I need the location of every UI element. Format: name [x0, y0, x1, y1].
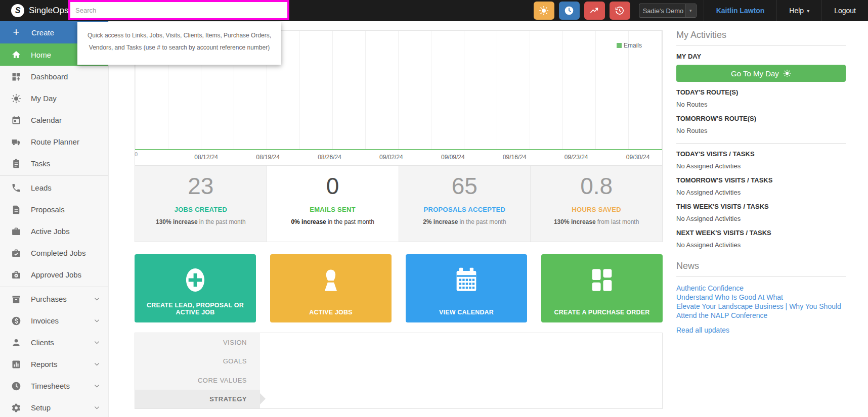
- caret-down-icon: ▾: [807, 8, 809, 14]
- plus-circle-icon: [181, 265, 210, 295]
- tab-vision[interactable]: VISION: [135, 333, 260, 352]
- x-axis-label: 09/16/24: [503, 154, 527, 161]
- stat-value: 0: [267, 173, 399, 200]
- sidebar-item-completed-jobs[interactable]: Completed Jobs: [0, 242, 108, 264]
- search-input[interactable]: [70, 7, 287, 14]
- clock-icon: [564, 6, 574, 16]
- logout-link[interactable]: Logout: [821, 0, 868, 21]
- stat-hours-saved[interactable]: 0.8 HOURS SAVED 130% increasefrom last m…: [531, 166, 662, 242]
- sidebar-item-purchases[interactable]: Purchases: [0, 288, 108, 310]
- todays-visits-body: No Assigned Activities: [676, 162, 846, 170]
- history-button[interactable]: [610, 2, 630, 20]
- grid-icon: [587, 265, 617, 295]
- read-all-updates-link[interactable]: Read all updates: [676, 326, 846, 334]
- box-icon: [11, 294, 21, 304]
- home-icon: [11, 50, 21, 60]
- tomorrows-visits-body: No Assigned Activities: [676, 189, 846, 196]
- sidebar-item-route-planner[interactable]: Route Planner: [0, 131, 108, 153]
- stat-change: 130% increasefrom last month: [531, 218, 662, 225]
- time-clock-button[interactable]: [559, 2, 580, 20]
- chevron-down-icon: [94, 339, 100, 346]
- tab-strategy[interactable]: STRATEGY: [135, 390, 260, 408]
- sidebar-item-dashboard[interactable]: Dashboard: [0, 66, 108, 87]
- stat-change: 2% increasein the past month: [399, 218, 531, 225]
- dashboard-icon: [11, 72, 21, 82]
- tab-core-values[interactable]: CORE VALUES: [135, 371, 260, 390]
- tile-label: CREATE LEAD, PROPOSAL OR ACTIVE JOB: [138, 302, 253, 316]
- sidebar-item-tasks[interactable]: Tasks: [0, 153, 108, 174]
- tile-create-purchase-order[interactable]: CREATE A PURCHASE ORDER: [541, 254, 663, 322]
- stat-value: 65: [399, 173, 531, 200]
- create-label: Create: [31, 28, 54, 37]
- tile-label: CREATE A PURCHASE ORDER: [544, 309, 660, 316]
- calendar-icon: [11, 115, 21, 125]
- singleops-brand: S SingleOps: [11, 0, 68, 21]
- stat-proposals-accepted[interactable]: 65 PROPOSALS ACCEPTED 2% increasein the …: [399, 166, 531, 242]
- x-axis-labels: 08/12/24 08/19/24 08/26/24 09/02/24 09/0…: [135, 150, 662, 165]
- clipboard-icon: [11, 159, 21, 169]
- truck-icon: [11, 137, 21, 147]
- next-weeks-visits-heading: NEXT WEEK'S VISITS / TASKS: [676, 229, 846, 237]
- sun-icon: [783, 69, 791, 77]
- next-weeks-visits-body: No Assigned Activities: [676, 241, 846, 249]
- chevron-down-icon: [94, 361, 100, 367]
- history-icon: [615, 6, 625, 16]
- chevron-down-icon: [94, 404, 100, 411]
- sidebar-item-approved-jobs[interactable]: Approved Jobs: [0, 264, 108, 286]
- go-to-my-day-button[interactable]: Go To My Day: [676, 65, 846, 82]
- x-axis-label: 09/23/24: [565, 154, 588, 161]
- legend-label: Emails: [624, 42, 642, 49]
- x-axis-label: 09/30/24: [626, 154, 650, 161]
- clock-icon: [11, 381, 21, 391]
- company-tab-content: [260, 333, 662, 408]
- search-tooltip: Quick access to Links, Jobs, Visits, Cli…: [77, 22, 281, 65]
- this-weeks-visits-heading: THIS WEEK'S VISITS / TASKS: [676, 203, 846, 210]
- sidebar-item-clients[interactable]: Clients: [0, 332, 108, 353]
- kpi-stats-row: 23 JOBS CREATED 130% increasein the past…: [135, 165, 662, 242]
- news-link[interactable]: Understand Who Is Good At What: [676, 293, 846, 302]
- sidebar-item-my-day[interactable]: My Day: [0, 87, 108, 109]
- account-select[interactable]: Sadie's Demo ▾: [639, 4, 697, 18]
- chevron-down-icon: [94, 317, 100, 324]
- x-axis-label: 08/19/24: [256, 154, 280, 161]
- x-axis-label: 08/12/24: [194, 154, 218, 161]
- plus-icon: +: [11, 26, 21, 39]
- my-activities-panel: My Activities MY DAY Go To My Day TODAY'…: [676, 21, 846, 334]
- user-menu-link[interactable]: Kaitlin Lawton: [704, 0, 777, 21]
- tile-active-jobs[interactable]: ACTIVE JOBS: [270, 254, 392, 322]
- sidebar-item-leads[interactable]: Leads: [0, 177, 108, 199]
- stat-change: 0% increasein the past month: [267, 218, 399, 225]
- metrics-button[interactable]: [584, 2, 605, 20]
- gear-icon: [11, 403, 21, 413]
- sidebar-item-active-jobs[interactable]: Active Jobs: [0, 220, 108, 242]
- todays-visits-heading: TODAY'S VISITS / TASKS: [676, 150, 846, 158]
- tile-label: VIEW CALENDAR: [409, 309, 524, 316]
- sidebar-item-setup[interactable]: Setup: [0, 397, 108, 417]
- brand-name: SingleOps: [29, 6, 68, 16]
- chevron-down-icon: [94, 296, 100, 302]
- news-link[interactable]: Elevate Your Landscape Business | Why Yo…: [676, 302, 846, 320]
- help-menu[interactable]: Help ▾: [776, 0, 821, 21]
- trend-icon: [589, 6, 599, 16]
- tab-goals[interactable]: GOALS: [135, 352, 260, 370]
- panel-divider: [676, 143, 846, 144]
- sidebar-item-proposals[interactable]: Proposals: [0, 199, 108, 220]
- my-day-button[interactable]: [534, 2, 554, 20]
- sidebar-item-timesheets[interactable]: Timesheets: [0, 375, 108, 397]
- sidebar-item-calendar[interactable]: Calendar: [0, 109, 108, 131]
- tile-create-lead-proposal-job[interactable]: CREATE LEAD, PROPOSAL OR ACTIVE JOB: [135, 254, 256, 322]
- person-icon: [316, 265, 345, 295]
- person-icon: [11, 338, 21, 348]
- tile-view-calendar[interactable]: VIEW CALENDAR: [406, 254, 527, 322]
- todays-routes-heading: TODAY'S ROUTE(S): [676, 88, 846, 96]
- chevron-down-icon[interactable]: ▾: [685, 4, 696, 17]
- sidebar-item-reports[interactable]: Reports: [0, 353, 108, 375]
- tomorrows-routes-heading: TOMORROW'S ROUTE(S): [676, 115, 846, 122]
- news-link[interactable]: Authentic Confidence: [676, 284, 846, 293]
- sidebar-item-invoices[interactable]: Invoices: [0, 310, 108, 332]
- x-axis-label: 09/02/24: [379, 154, 403, 161]
- stat-jobs-created[interactable]: 23 JOBS CREATED 130% increasein the past…: [135, 166, 267, 242]
- stat-emails-sent[interactable]: 0 EMAILS SENT 0% increasein the past mon…: [267, 166, 399, 242]
- bar-chart-icon: [11, 359, 21, 369]
- help-label: Help: [789, 7, 804, 15]
